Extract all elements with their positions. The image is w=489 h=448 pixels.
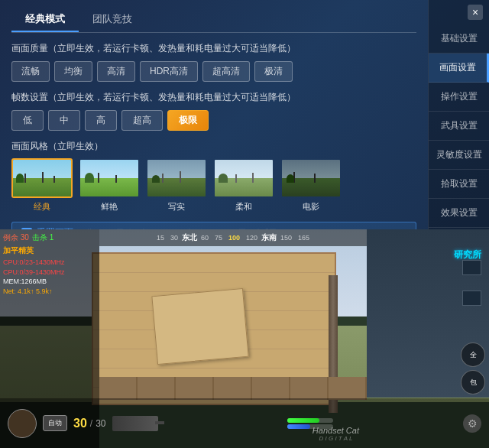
framerate-title: 帧数设置（立即生效，若运行卡顿、发热量和耗电量过大可适当降低） (11, 91, 416, 104)
style-realistic-thumb (146, 158, 207, 198)
sidebar-graphics[interactable]: 画面设置 (429, 54, 489, 83)
quality-balanced[interactable]: 均衡 (54, 61, 92, 82)
compass-165: 165 (296, 234, 312, 242)
framerate-section: 帧数设置（立即生效，若运行卡顿、发热量和耗电量过大可适当降低） 低 中 高 超高… (11, 91, 416, 131)
game-scene: 研究所 15 30 东北 60 75 100 120 东南 150 165 例余… (0, 229, 489, 448)
weapon-barrel (155, 421, 164, 424)
settings-panel: 经典模式 团队竞技 画面质量（立即生效，若运行卡顿、发热量和耗电量过大可适当降低… (0, 0, 489, 229)
compass: 15 30 东北 60 75 100 120 东南 150 165 (99, 229, 367, 246)
floor-decking (99, 377, 367, 400)
style-cinematic-thumb (280, 158, 342, 198)
hud-cpu2: CPU:0/39-1430MHz (3, 268, 96, 278)
wall-paper (151, 288, 248, 365)
style-cinematic-label: 电影 (303, 201, 319, 213)
auto-button[interactable]: 自动 (43, 415, 67, 431)
sidebar-weapon[interactable]: 武具设置 (429, 112, 489, 141)
sidebar-pickup[interactable]: 拾取设置 (429, 170, 489, 199)
sidebar-controls[interactable]: 操作设置 (429, 83, 489, 112)
watermark: Handset Cat D I G I T A L (313, 426, 359, 442)
game-panel: 研究所 15 30 东北 60 75 100 120 东南 150 165 例余… (0, 229, 489, 448)
hud-net: Net: 4.1k↑ 5.9k↑ (3, 287, 96, 297)
tab-team[interactable]: 团队竞技 (79, 8, 146, 32)
settings-main: 经典模式 团队竞技 画面质量（立即生效，若运行卡顿、发热量和耗电量过大可适当降低… (0, 0, 428, 229)
hud-player-name: 加平精英 (3, 245, 96, 256)
watermark-sub: D I G I T A L (313, 435, 359, 442)
sidebar-sensitivity[interactable]: 灵敏度设置 (429, 141, 489, 170)
style-section: 画面风格（立即生效） 经典 (11, 140, 416, 213)
settings-sidebar: × 基础设置 画面设置 操作设置 武具设置 灵敏度设置 拾取设置 效果设置 (428, 0, 489, 229)
watermark-main: Handset Cat (313, 426, 359, 435)
hud-cpu1: CPU:0/23-1430MHz (3, 258, 96, 268)
mode-tabs: 经典模式 团队竞技 (11, 8, 416, 33)
action-all[interactable]: 全 (461, 342, 485, 367)
compass-75: 75 (212, 234, 225, 242)
hud-mem: MEM:1266MB (3, 277, 96, 287)
compass-se: 东南 (261, 232, 277, 243)
building-window-2 (462, 291, 481, 306)
sidebar-effects[interactable]: 效果设置 (429, 199, 489, 228)
style-fresh-thumb (79, 158, 140, 198)
fps-low[interactable]: 低 (11, 110, 44, 131)
style-realistic-label: 写实 (168, 201, 185, 213)
compass-60: 60 (199, 234, 211, 242)
health-fill-1 (287, 418, 319, 423)
hud-remaining: 例余 30 (3, 232, 29, 243)
style-fresh-label: 鲜艳 (101, 201, 118, 213)
compass-120: 120 (244, 234, 260, 242)
quality-buttons: 流畅 均衡 高清 HDR高清 超高清 极清 (11, 61, 416, 82)
style-fresh[interactable]: 鲜艳 (79, 158, 140, 213)
style-realistic[interactable]: 写实 (146, 158, 207, 213)
ammo-slash: / (90, 418, 92, 429)
quality-hdr[interactable]: HDR高清 (140, 61, 198, 82)
style-soft[interactable]: 柔和 (213, 158, 274, 213)
style-classic-label: 经典 (34, 201, 50, 213)
sidebar-basic[interactable]: 基础设置 (429, 24, 489, 54)
ammo-current: 30 (73, 417, 87, 430)
style-soft-label: 柔和 (235, 201, 252, 213)
hud-kills: 击杀 1 (32, 232, 53, 243)
sidebar-close-area: × (429, 0, 489, 24)
compass-100: 100 (226, 234, 242, 242)
gear-icon[interactable]: ⚙ (463, 414, 481, 433)
bottom-hud: 自动 30 / 30 ⚙ (0, 398, 489, 448)
quality-title: 画面质量（立即生效，若运行卡顿、发热量和耗电量过大可适当降低） (11, 42, 416, 55)
style-title: 画面风格（立即生效） (11, 140, 416, 153)
style-classic[interactable]: 经典 (11, 158, 73, 213)
hud-header: 例余 30 击杀 1 (3, 232, 96, 243)
ammo-display: 30 / 30 (73, 417, 106, 430)
player-avatar (8, 409, 37, 438)
building-window-1 (462, 260, 481, 275)
framerate-buttons: 低 中 高 超高 极限 (11, 110, 416, 131)
style-thumbnails: 经典 鲜艳 (11, 158, 416, 213)
weapon-icon (112, 416, 158, 431)
fps-mid[interactable]: 中 (48, 110, 80, 131)
health-fill-2 (287, 424, 310, 429)
quality-ultrahd[interactable]: 超高清 (202, 61, 250, 82)
fps-extreme[interactable]: 极限 (167, 110, 209, 131)
compass-150: 150 (278, 234, 294, 242)
tab-classic[interactable]: 经典模式 (11, 8, 79, 32)
ammo-total: 30 (96, 418, 105, 429)
action-bag[interactable]: 包 (461, 370, 485, 394)
compass-15: 15 (154, 234, 167, 242)
style-cinematic[interactable]: 电影 (280, 158, 342, 213)
close-button[interactable]: × (468, 5, 483, 20)
compass-30: 30 (168, 234, 180, 242)
fps-ultra[interactable]: 超高 (121, 110, 163, 131)
action-buttons: 全 包 (461, 342, 485, 394)
quality-smooth[interactable]: 流畅 (11, 61, 50, 82)
health-bar-1 (287, 418, 333, 423)
compass-ne: 东北 (182, 232, 197, 243)
style-soft-thumb (213, 158, 274, 198)
quality-extreme[interactable]: 极清 (254, 61, 293, 82)
fps-high[interactable]: 高 (85, 110, 117, 131)
quality-section: 画面质量（立即生效，若运行卡顿、发热量和耗电量过大可适当降低） 流畅 均衡 高清… (11, 42, 416, 82)
reset-button[interactable]: ✓ 重置画面 （若画面设置后游戏体验不佳，或需恢复默认设置，请重置画面） (11, 222, 416, 229)
style-classic-thumb (11, 158, 73, 198)
quality-hd[interactable]: 高清 (97, 61, 135, 82)
